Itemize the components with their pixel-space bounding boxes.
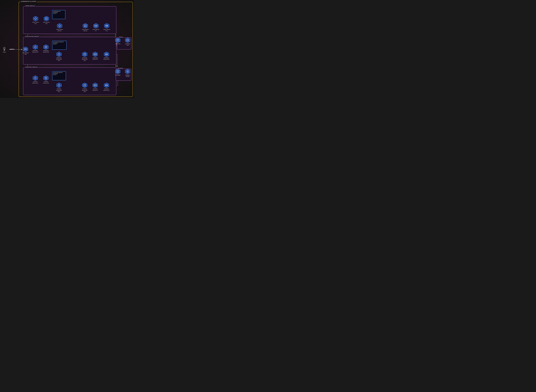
inv-svc-icon: InventoryService SVC	[32, 75, 38, 84]
order-network-policy: ORDERSERVICENETWORKPOLICY	[52, 10, 65, 19]
notification-np-label: NOTIFICATIONSERVICENETWORKPOLICY	[53, 42, 64, 45]
client-svg	[2, 47, 6, 51]
svg-marker-73	[82, 52, 87, 57]
notif-db-svc-icon: NotificationService DBSVC	[56, 52, 62, 61]
order-pvc-icon: Order ServicePVC	[103, 23, 110, 32]
configmap-label: ConfigMap	[115, 75, 120, 76]
configmap-icon: ConfigMap	[115, 69, 120, 76]
inv-db-pod-icon: InventoryService DBPod	[82, 83, 87, 93]
kafka-pod-icon: Kafka Pod	[115, 37, 120, 45]
svg-marker-131	[125, 69, 130, 74]
client-label: Client	[3, 51, 6, 53]
db-secrets-label: DatabaseSecrets	[125, 75, 130, 77]
client-icon: Client	[2, 47, 6, 53]
api-gateway-icon: API GatewayPod	[22, 47, 29, 55]
inv-pvc-label: InventoryService PVC	[103, 88, 109, 91]
svg-marker-36	[57, 23, 62, 28]
order-db-svc-label: Order ServiceDB SVC	[56, 29, 63, 32]
svg-line-20	[4, 50, 4, 51]
inventory-network-policy: INVENTORYSERVICENETWORKPOLICY	[52, 71, 66, 80]
svg-marker-67	[56, 52, 61, 57]
order-pv-icon: Order ServicePV	[93, 23, 99, 32]
notif-db-pod-label: NotificationService DBPod	[82, 57, 87, 61]
svg-marker-22	[23, 47, 28, 52]
svg-point-17	[4, 47, 5, 49]
kafka-pod-label: Kafka Pod	[115, 43, 120, 45]
inv-pvc-icon: InventoryService PVC	[103, 83, 109, 91]
svg-marker-87	[33, 76, 38, 80]
db-secrets-icon: DatabaseSecrets	[125, 69, 130, 77]
inv-db-pod-label: InventoryService DBPod	[82, 88, 87, 93]
main-background: { "title": "Kubernetes Architecture Diag…	[0, 0, 134, 98]
svg-marker-26	[33, 16, 38, 21]
order-pv-label: Order ServicePV	[93, 29, 99, 32]
svg-marker-32	[44, 16, 49, 21]
notif-pod-icon: NotificationService Pod	[43, 44, 49, 53]
inv-svc-label: InventoryService SVC	[32, 81, 38, 84]
inventory-np-label: INVENTORYSERVICENETWORKPOLICY	[53, 72, 63, 75]
notif-db-svc-label: NotificationService DBSVC	[56, 57, 62, 61]
inv-pod-label: InventoryService Pod	[43, 81, 49, 84]
inv-db-svc-icon: InventoryService DBSVC	[56, 83, 62, 93]
notification-network-policy: NOTIFICATIONSERVICENETWORKPOLICY	[52, 41, 66, 50]
notif-db-pod-icon: NotificationService DBPod	[82, 52, 87, 61]
order-db-pod-label: Order ServiceDB Pod	[82, 29, 89, 32]
order-pod-label: Order ServicePod	[43, 22, 50, 24]
svg-marker-122	[125, 38, 130, 43]
kafka-label: KAFKA	[118, 37, 123, 37]
inv-pv-icon: InventoryService PV	[93, 83, 98, 91]
order-db-svc-icon: Order ServiceDB SVC	[56, 23, 63, 32]
zookeeper-pod-icon: ZookeeperPod	[125, 37, 130, 46]
svg-marker-42	[83, 23, 88, 28]
notif-pv-icon: NotificationService PV	[93, 52, 98, 60]
order-pvc-label: Order ServicePVC	[103, 29, 110, 32]
inventory-service-label: INVENTORY SERVICE	[25, 66, 38, 68]
notif-svc-icon: NotificationService SVC	[32, 44, 38, 53]
svg-line-21	[4, 50, 5, 51]
order-svc-label: Order ServiceSVC	[32, 22, 39, 24]
inv-db-svc-label: InventoryService DBSVC	[56, 88, 62, 93]
svg-marker-103	[82, 83, 87, 88]
zookeeper-pod-label: ZookeeperPod	[125, 43, 130, 46]
notification-service-label: NOTIFICATION SERVICE	[25, 36, 40, 37]
notif-svc-label: NotificationService SVC	[32, 50, 38, 53]
svg-marker-57	[33, 45, 38, 50]
nodeport-text: NodePort	[9, 49, 14, 50]
svg-marker-97	[56, 83, 61, 88]
svg-marker-93	[43, 76, 48, 80]
inv-pv-label: InventoryService PV	[93, 88, 98, 91]
secrets-label: SECRETS	[117, 68, 124, 69]
notif-pvc-label: NotificationService PVC	[103, 57, 109, 60]
api-gateway-label: API GatewayPod	[22, 52, 29, 55]
k8s-cluster-label: KUBERNETES CLUSTER	[20, 1, 37, 2]
order-svc-icon: Order ServiceSVC	[32, 16, 39, 24]
notif-pv-label: NotificationService PV	[93, 57, 98, 60]
notif-pod-label: NotificationService Pod	[43, 50, 49, 53]
svg-marker-63	[43, 45, 48, 50]
notif-pvc-icon: NotificationService PVC	[103, 52, 109, 60]
order-service-label: ORDER SERVICE	[25, 5, 35, 6]
inv-pod-icon: InventoryService Pod	[43, 75, 49, 84]
order-np-label: ORDERSERVICENETWORKPOLICY	[53, 11, 61, 14]
order-pod-icon: Order ServicePod	[43, 16, 50, 24]
order-db-pod-icon: Order ServiceDB Pod	[82, 23, 89, 32]
